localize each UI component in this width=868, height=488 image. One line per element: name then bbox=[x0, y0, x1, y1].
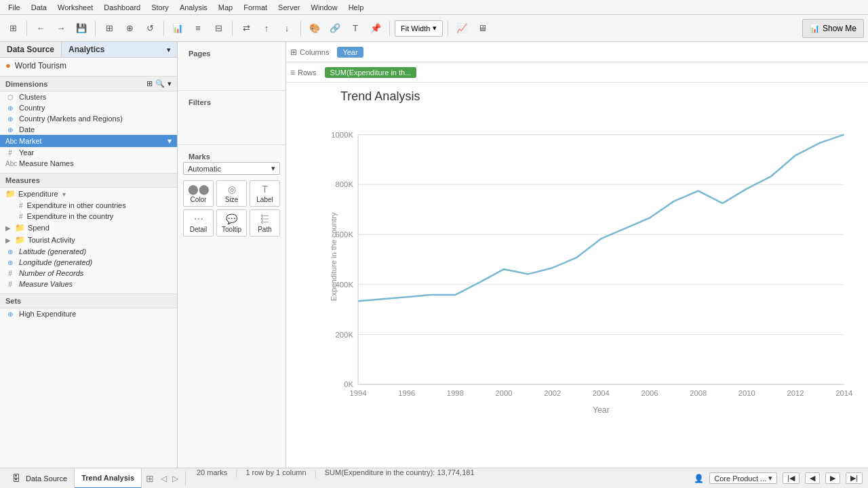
dim-clusters[interactable]: ⬡ Clusters bbox=[0, 92, 177, 102]
row-col-info: 1 row by 1 column bbox=[239, 468, 313, 488]
rows-sum-pill[interactable]: SUM(Expenditure in th... bbox=[325, 67, 417, 78]
toolbar-chart-type-btn[interactable]: 📈 bbox=[453, 20, 471, 37]
menu-dashboard[interactable]: Dashboard bbox=[98, 0, 146, 15]
toolbar-add-btn[interactable]: ⊕ bbox=[121, 20, 138, 37]
set-high-expenditure[interactable]: ⊕ High Expenditure bbox=[0, 308, 177, 319]
menu-help[interactable]: Help bbox=[343, 0, 370, 15]
tourist-activity-folder[interactable]: ▶ 📁 Tourist Activity bbox=[0, 234, 177, 246]
filters-label: Filters bbox=[183, 95, 280, 108]
show-me-chart-icon: 📊 bbox=[810, 24, 820, 33]
datasource-label: World Tourism bbox=[15, 61, 66, 70]
dim-market[interactable]: Abc Market ▾ bbox=[0, 135, 177, 147]
menu-worksheet[interactable]: Worksheet bbox=[52, 0, 98, 15]
trend-line bbox=[358, 135, 844, 302]
dim-country[interactable]: ⊕ Country bbox=[0, 102, 177, 113]
market-dropdown-icon: ▾ bbox=[167, 136, 172, 146]
measures-label: Measures bbox=[5, 176, 172, 184]
toolbar-sep-6 bbox=[389, 21, 390, 36]
color-dots-icon: ⬤⬤ bbox=[188, 184, 210, 195]
menu-format[interactable]: Format bbox=[238, 0, 273, 15]
menu-window[interactable]: Window bbox=[306, 0, 343, 15]
toolbar-sep-7 bbox=[448, 21, 448, 36]
dimensions-search-icon[interactable]: 🔍 bbox=[155, 79, 165, 88]
toolbar-sort-desc-btn[interactable]: ↓ bbox=[278, 20, 296, 37]
prev-sheet-btn[interactable]: ◁ bbox=[158, 468, 170, 488]
toolbar-text-btn[interactable]: T bbox=[347, 20, 364, 37]
marks-tooltip-btn[interactable]: 💬 Tooltip bbox=[216, 209, 247, 237]
data-tab[interactable]: Data Source bbox=[0, 42, 62, 57]
expenditure-other[interactable]: # Expenditure in other countries bbox=[0, 200, 177, 211]
menu-analysis[interactable]: Analysis bbox=[174, 0, 213, 15]
dim-year[interactable]: # Year bbox=[0, 147, 177, 158]
toolbar-back-btn[interactable]: ← bbox=[32, 20, 50, 37]
dim-date[interactable]: ⊕ Date bbox=[0, 124, 177, 135]
measure-num-records[interactable]: # Number of Records bbox=[0, 268, 177, 279]
fit-width-button[interactable]: Fit Width ▾ bbox=[395, 20, 443, 37]
pages-label: Pages bbox=[183, 46, 280, 59]
toolbar-pin-btn[interactable]: 📌 bbox=[367, 20, 384, 37]
nav-next-btn[interactable]: ▶ bbox=[825, 472, 840, 484]
toolbar-sep-2 bbox=[95, 21, 96, 36]
analytics-tab[interactable]: Analytics ▾ bbox=[62, 42, 177, 57]
trend-analysis-tab[interactable]: Trend Analysis bbox=[75, 468, 142, 488]
user-btn[interactable]: Core Product ... ▾ bbox=[709, 472, 777, 484]
marks-path-btn[interactable]: ⬱ Path bbox=[250, 209, 280, 237]
toolbar-grid-icon[interactable]: ⊞ bbox=[4, 20, 22, 37]
exp-country-icon: # bbox=[19, 213, 23, 220]
expenditure-folder[interactable]: 📁 Expenditure ▾ bbox=[0, 188, 177, 200]
measure-values[interactable]: # Measure Values bbox=[0, 279, 177, 289]
toolbar-link-btn[interactable]: 🔗 bbox=[326, 20, 344, 37]
columns-year-pill[interactable]: Year bbox=[337, 47, 363, 58]
data-source-tab[interactable]: 🗄 Data Source bbox=[5, 468, 75, 488]
svg-text:2006: 2006 bbox=[641, 389, 658, 397]
marks-size-btn[interactable]: ◎ Size bbox=[216, 180, 247, 207]
nav-begin-btn[interactable]: |◀ bbox=[783, 472, 800, 484]
toolbar-color-btn[interactable]: 🎨 bbox=[306, 20, 323, 37]
toolbar-save-btn[interactable]: 💾 bbox=[73, 20, 90, 37]
marks-color-btn[interactable]: ⬤⬤ Color bbox=[183, 180, 214, 207]
marks-label-btn[interactable]: T Label bbox=[250, 180, 280, 207]
toolbar-chart2-btn[interactable]: ≡ bbox=[189, 20, 207, 37]
nav-prev-btn[interactable]: ◀ bbox=[805, 472, 820, 484]
spend-folder[interactable]: ▶ 📁 Spend bbox=[0, 222, 177, 234]
spend-folder-icon: 📁 bbox=[15, 223, 25, 232]
dimensions-grid-icon[interactable]: ⊞ bbox=[146, 79, 153, 88]
data-source-item[interactable]: ● World Tourism bbox=[0, 58, 177, 73]
menu-data[interactable]: Data bbox=[26, 0, 52, 15]
status-bar: 🗄 Data Source Trend Analysis ⊞ ◁ ▷ 20 ma… bbox=[0, 468, 868, 488]
toolbar-chart-btn[interactable]: 📊 bbox=[169, 20, 186, 37]
toolbar-swap-btn[interactable]: ⇄ bbox=[237, 20, 255, 37]
detail-icon: ⋯ bbox=[194, 214, 203, 224]
rows-grid-icon: ≡ bbox=[290, 68, 295, 77]
marks-detail-btn[interactable]: ⋯ Detail bbox=[183, 209, 214, 237]
menu-server[interactable]: Server bbox=[273, 0, 305, 15]
toolbar-forward-btn[interactable]: → bbox=[52, 20, 70, 37]
nav-end-btn[interactable]: ▶| bbox=[846, 472, 863, 484]
year-icon: # bbox=[5, 149, 15, 157]
toolbar-chart3-btn[interactable]: ⊟ bbox=[210, 20, 227, 37]
add-sheet-btn[interactable]: ⊞ bbox=[142, 468, 158, 488]
show-me-button[interactable]: 📊 Show Me bbox=[802, 19, 864, 38]
datasource-tab-label: Data Source bbox=[26, 474, 67, 483]
menu-map[interactable]: Map bbox=[213, 0, 238, 15]
dimensions-more-icon[interactable]: ▾ bbox=[167, 79, 172, 88]
lat-icon: ⊕ bbox=[5, 248, 15, 256]
menu-bar: File Data Worksheet Dashboard Story Anal… bbox=[0, 0, 868, 15]
menu-file[interactable]: File bbox=[3, 0, 26, 15]
toolbar-sort-asc-btn[interactable]: ↑ bbox=[258, 20, 275, 37]
marks-type-dropdown[interactable]: Automatic ▾ bbox=[183, 162, 280, 175]
measure-latitude[interactable]: ⊕ Latitude (generated) bbox=[0, 246, 177, 257]
toolbar-device-btn[interactable]: 🖥 bbox=[473, 20, 491, 37]
fit-width-label: Fit Width bbox=[401, 24, 430, 33]
num-records-icon: # bbox=[5, 270, 15, 277]
next-sheet-btn[interactable]: ▷ bbox=[170, 468, 181, 488]
toolbar-undo-btn[interactable]: ↺ bbox=[141, 20, 159, 37]
dim-measure-names[interactable]: Abc Measure Names bbox=[0, 158, 177, 169]
measure-longitude[interactable]: ⊕ Longitude (generated) bbox=[0, 257, 177, 268]
toolbar-new-datasource-btn[interactable]: ⊞ bbox=[100, 20, 118, 37]
menu-story[interactable]: Story bbox=[146, 0, 174, 15]
dim-country-markets[interactable]: ⊕ Country (Markets and Regions) bbox=[0, 113, 177, 124]
svg-text:800K: 800K bbox=[336, 180, 354, 188]
dimensions-section-header: Dimensions ⊞ 🔍 ▾ bbox=[0, 76, 177, 92]
expenditure-country[interactable]: # Expenditure in the country bbox=[0, 211, 177, 222]
